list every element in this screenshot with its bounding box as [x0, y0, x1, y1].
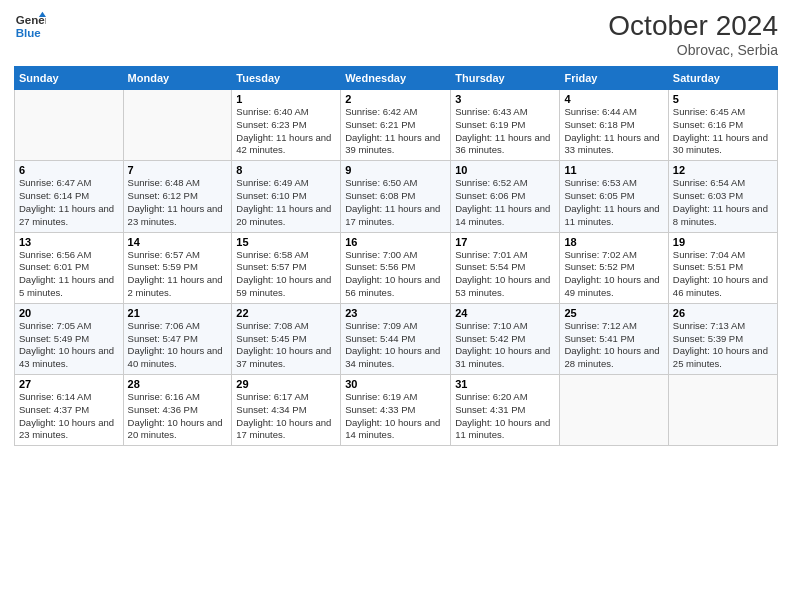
day-number: 11 — [564, 164, 663, 176]
table-row — [560, 375, 668, 446]
table-row: 28Sunrise: 6:16 AMSunset: 4:36 PMDayligh… — [123, 375, 232, 446]
day-number: 19 — [673, 236, 773, 248]
day-info: Sunrise: 7:02 AMSunset: 5:52 PMDaylight:… — [564, 249, 663, 300]
table-row: 29Sunrise: 6:17 AMSunset: 4:34 PMDayligh… — [232, 375, 341, 446]
table-row: 18Sunrise: 7:02 AMSunset: 5:52 PMDayligh… — [560, 232, 668, 303]
day-number: 9 — [345, 164, 446, 176]
table-row: 19Sunrise: 7:04 AMSunset: 5:51 PMDayligh… — [668, 232, 777, 303]
day-info: Sunrise: 7:06 AMSunset: 5:47 PMDaylight:… — [128, 320, 228, 371]
day-info: Sunrise: 6:45 AMSunset: 6:16 PMDaylight:… — [673, 106, 773, 157]
table-row — [123, 90, 232, 161]
header-tuesday: Tuesday — [232, 67, 341, 90]
day-number: 1 — [236, 93, 336, 105]
table-row: 3Sunrise: 6:43 AMSunset: 6:19 PMDaylight… — [451, 90, 560, 161]
header-wednesday: Wednesday — [341, 67, 451, 90]
day-number: 7 — [128, 164, 228, 176]
day-number: 14 — [128, 236, 228, 248]
day-info: Sunrise: 6:17 AMSunset: 4:34 PMDaylight:… — [236, 391, 336, 442]
day-number: 31 — [455, 378, 555, 390]
day-number: 12 — [673, 164, 773, 176]
day-number: 25 — [564, 307, 663, 319]
day-number: 8 — [236, 164, 336, 176]
svg-text:Blue: Blue — [16, 27, 42, 39]
table-row: 7Sunrise: 6:48 AMSunset: 6:12 PMDaylight… — [123, 161, 232, 232]
weekday-header-row: Sunday Monday Tuesday Wednesday Thursday… — [15, 67, 778, 90]
day-info: Sunrise: 7:01 AMSunset: 5:54 PMDaylight:… — [455, 249, 555, 300]
location-title: Obrovac, Serbia — [608, 42, 778, 58]
table-row: 30Sunrise: 6:19 AMSunset: 4:33 PMDayligh… — [341, 375, 451, 446]
day-number: 24 — [455, 307, 555, 319]
day-info: Sunrise: 6:19 AMSunset: 4:33 PMDaylight:… — [345, 391, 446, 442]
day-info: Sunrise: 6:49 AMSunset: 6:10 PMDaylight:… — [236, 177, 336, 228]
table-row: 12Sunrise: 6:54 AMSunset: 6:03 PMDayligh… — [668, 161, 777, 232]
table-row: 11Sunrise: 6:53 AMSunset: 6:05 PMDayligh… — [560, 161, 668, 232]
table-row: 15Sunrise: 6:58 AMSunset: 5:57 PMDayligh… — [232, 232, 341, 303]
day-info: Sunrise: 7:05 AMSunset: 5:49 PMDaylight:… — [19, 320, 119, 371]
day-number: 22 — [236, 307, 336, 319]
day-number: 13 — [19, 236, 119, 248]
day-number: 26 — [673, 307, 773, 319]
day-info: Sunrise: 6:54 AMSunset: 6:03 PMDaylight:… — [673, 177, 773, 228]
table-row: 31Sunrise: 6:20 AMSunset: 4:31 PMDayligh… — [451, 375, 560, 446]
day-info: Sunrise: 6:57 AMSunset: 5:59 PMDaylight:… — [128, 249, 228, 300]
month-title: October 2024 — [608, 10, 778, 42]
day-info: Sunrise: 7:00 AMSunset: 5:56 PMDaylight:… — [345, 249, 446, 300]
day-number: 15 — [236, 236, 336, 248]
table-row: 20Sunrise: 7:05 AMSunset: 5:49 PMDayligh… — [15, 303, 124, 374]
day-info: Sunrise: 7:08 AMSunset: 5:45 PMDaylight:… — [236, 320, 336, 371]
table-row: 26Sunrise: 7:13 AMSunset: 5:39 PMDayligh… — [668, 303, 777, 374]
day-number: 16 — [345, 236, 446, 248]
table-row: 4Sunrise: 6:44 AMSunset: 6:18 PMDaylight… — [560, 90, 668, 161]
logo: General Blue — [14, 10, 46, 42]
day-info: Sunrise: 6:42 AMSunset: 6:21 PMDaylight:… — [345, 106, 446, 157]
day-info: Sunrise: 6:47 AMSunset: 6:14 PMDaylight:… — [19, 177, 119, 228]
table-row: 1Sunrise: 6:40 AMSunset: 6:23 PMDaylight… — [232, 90, 341, 161]
table-row: 16Sunrise: 7:00 AMSunset: 5:56 PMDayligh… — [341, 232, 451, 303]
table-row: 25Sunrise: 7:12 AMSunset: 5:41 PMDayligh… — [560, 303, 668, 374]
table-row: 22Sunrise: 7:08 AMSunset: 5:45 PMDayligh… — [232, 303, 341, 374]
table-row: 2Sunrise: 6:42 AMSunset: 6:21 PMDaylight… — [341, 90, 451, 161]
day-number: 6 — [19, 164, 119, 176]
day-info: Sunrise: 7:04 AMSunset: 5:51 PMDaylight:… — [673, 249, 773, 300]
header-sunday: Sunday — [15, 67, 124, 90]
day-info: Sunrise: 6:43 AMSunset: 6:19 PMDaylight:… — [455, 106, 555, 157]
day-number: 28 — [128, 378, 228, 390]
day-info: Sunrise: 6:52 AMSunset: 6:06 PMDaylight:… — [455, 177, 555, 228]
day-info: Sunrise: 7:13 AMSunset: 5:39 PMDaylight:… — [673, 320, 773, 371]
table-row: 17Sunrise: 7:01 AMSunset: 5:54 PMDayligh… — [451, 232, 560, 303]
day-number: 10 — [455, 164, 555, 176]
page-header: General Blue October 2024 Obrovac, Serbi… — [14, 10, 778, 58]
day-number: 17 — [455, 236, 555, 248]
table-row: 27Sunrise: 6:14 AMSunset: 4:37 PMDayligh… — [15, 375, 124, 446]
day-number: 3 — [455, 93, 555, 105]
table-row: 23Sunrise: 7:09 AMSunset: 5:44 PMDayligh… — [341, 303, 451, 374]
table-row: 24Sunrise: 7:10 AMSunset: 5:42 PMDayligh… — [451, 303, 560, 374]
day-info: Sunrise: 6:20 AMSunset: 4:31 PMDaylight:… — [455, 391, 555, 442]
day-number: 23 — [345, 307, 446, 319]
logo-icon: General Blue — [14, 10, 46, 42]
header-friday: Friday — [560, 67, 668, 90]
header-saturday: Saturday — [668, 67, 777, 90]
table-row: 8Sunrise: 6:49 AMSunset: 6:10 PMDaylight… — [232, 161, 341, 232]
day-info: Sunrise: 6:16 AMSunset: 4:36 PMDaylight:… — [128, 391, 228, 442]
table-row: 13Sunrise: 6:56 AMSunset: 6:01 PMDayligh… — [15, 232, 124, 303]
day-info: Sunrise: 6:48 AMSunset: 6:12 PMDaylight:… — [128, 177, 228, 228]
day-info: Sunrise: 6:53 AMSunset: 6:05 PMDaylight:… — [564, 177, 663, 228]
day-number: 5 — [673, 93, 773, 105]
day-info: Sunrise: 7:10 AMSunset: 5:42 PMDaylight:… — [455, 320, 555, 371]
day-info: Sunrise: 6:40 AMSunset: 6:23 PMDaylight:… — [236, 106, 336, 157]
day-info: Sunrise: 6:14 AMSunset: 4:37 PMDaylight:… — [19, 391, 119, 442]
day-info: Sunrise: 6:50 AMSunset: 6:08 PMDaylight:… — [345, 177, 446, 228]
day-number: 2 — [345, 93, 446, 105]
table-row: 9Sunrise: 6:50 AMSunset: 6:08 PMDaylight… — [341, 161, 451, 232]
day-number: 27 — [19, 378, 119, 390]
day-number: 30 — [345, 378, 446, 390]
table-row: 21Sunrise: 7:06 AMSunset: 5:47 PMDayligh… — [123, 303, 232, 374]
day-number: 4 — [564, 93, 663, 105]
table-row: 5Sunrise: 6:45 AMSunset: 6:16 PMDaylight… — [668, 90, 777, 161]
day-info: Sunrise: 6:56 AMSunset: 6:01 PMDaylight:… — [19, 249, 119, 300]
day-info: Sunrise: 6:44 AMSunset: 6:18 PMDaylight:… — [564, 106, 663, 157]
table-row — [15, 90, 124, 161]
table-row: 14Sunrise: 6:57 AMSunset: 5:59 PMDayligh… — [123, 232, 232, 303]
header-thursday: Thursday — [451, 67, 560, 90]
